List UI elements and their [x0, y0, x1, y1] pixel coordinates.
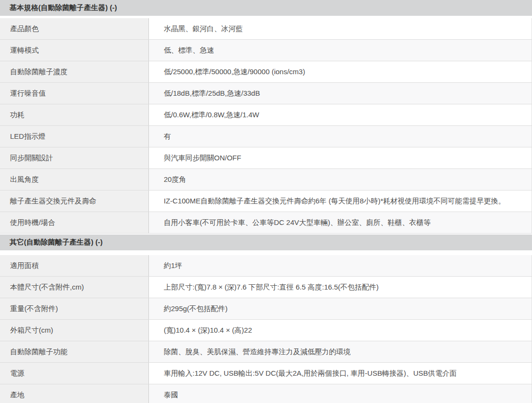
spec-value: 低/18dB,標準/25dB,急速/33dB	[149, 83, 532, 104]
spec-label: 離子產生器交換元件及壽命	[0, 190, 149, 212]
spec-value: 低/25000,標準/50000,急速/90000 (ions/cm3)	[149, 61, 532, 82]
spec-row-replacement-unit: 離子產生器交換元件及壽命 IZ-C100ME自動除菌離子產生器交換元件壽命約6年…	[0, 190, 532, 212]
spec-row-weight: 重量(不含附件) 約295g(不包括配件)	[0, 298, 532, 320]
spec-value: 約295g(不包括配件)	[149, 298, 532, 319]
spec-value: 低、標準、急速	[149, 40, 532, 61]
spec-row-ion-density: 自動除菌離子濃度 低/25000,標準/50000,急速/90000 (ions…	[0, 61, 532, 83]
spec-row-operation-mode: 運轉模式 低、標準、急速	[0, 40, 532, 61]
spec-label: 重量(不含附件)	[0, 298, 149, 319]
spec-row-noise-level: 運行噪音值 低/18dB,標準/25dB,急速/33dB	[0, 83, 532, 104]
spec-label: 出風角度	[0, 169, 149, 190]
spec-label: 自動除菌離子功能	[0, 341, 149, 362]
spec-label: 功耗	[0, 104, 149, 125]
spec-label: 產地	[0, 384, 149, 403]
spec-row-applicable-area: 適用面積 約1坪	[0, 255, 532, 277]
spec-label: 使用時機/場合	[0, 212, 149, 233]
spec-value: IZ-C100ME自動除菌離子產生器交換元件壽命約6年 (每天使用8小時)*耗材…	[149, 190, 532, 212]
spec-value: 約1坪	[149, 255, 532, 276]
spec-value: 水晶黑、銀河白、冰河藍	[149, 18, 532, 39]
spec-row-body-dimensions: 本體尺寸(不含附件,cm) 上部尺寸:(寬)7.8 × (深)7.6 下部尺寸:…	[0, 277, 532, 298]
spec-value: 低/0.6W,標準/0.8W,急速/1.4W	[149, 104, 532, 125]
spec-row-usage-occasion: 使用時機/場合 自用小客車(不可用於卡車、公車等DC 24V大型車輛)、辦公室、…	[0, 212, 532, 234]
spec-label: 本體尺寸(不含附件,cm)	[0, 277, 149, 298]
spec-row-led-indicator: LED指示燈 有	[0, 126, 532, 147]
product-spec-table: 基本規格(自動除菌離子產生器) (-) 產品顏色 水晶黑、銀河白、冰河藍 運轉模…	[0, 0, 532, 403]
spec-label: 運行噪音值	[0, 83, 149, 104]
spec-row-power-source: 電源 車用輸入:12V DC, USB輸出:5V DC(最大2A,用於兩個接口,…	[0, 363, 532, 384]
spec-value: 自用小客車(不可用於卡車、公車等DC 24V大型車輛)、辦公室、廁所、鞋櫃、衣櫃…	[149, 212, 532, 233]
section-basic-header: 基本規格(自動除菌離子產生器) (-)	[0, 0, 532, 16]
section-basic-title: 基本規格(自動除菌離子產生器) (-)	[10, 3, 117, 12]
spec-label: 同步開關設計	[0, 147, 149, 168]
section-other-header: 其它(自動除菌離子產生器) (-)	[0, 235, 532, 250]
spec-value: 泰國	[149, 384, 532, 403]
spec-label: 適用面積	[0, 255, 149, 276]
spec-row-box-dimensions: 外箱尺寸(cm) (寬)10.4 × (深)10.4 × (高)22	[0, 320, 532, 341]
spec-label: 外箱尺寸(cm)	[0, 320, 149, 341]
spec-value: 有	[149, 126, 532, 147]
spec-label: 電源	[0, 363, 149, 384]
spec-value: 上部尺寸:(寬)7.8 × (深)7.6 下部尺寸:直徑 6.5 高度:16.5…	[149, 277, 532, 298]
spec-label: LED指示燈	[0, 126, 149, 147]
spec-value: 除菌、脫臭、美肌保濕、營造維持專注力及減低壓力的環境	[149, 341, 532, 362]
spec-label: 產品顏色	[0, 18, 149, 39]
spec-value: 20度角	[149, 169, 532, 190]
spec-label: 自動除菌離子濃度	[0, 61, 149, 82]
spec-value: 車用輸入:12V DC, USB輸出:5V DC(最大2A,用於兩個接口, 車用…	[149, 363, 532, 384]
spec-value: (寬)10.4 × (深)10.4 × (高)22	[149, 320, 532, 341]
section-basic-specs: 基本規格(自動除菌離子產生器) (-) 產品顏色 水晶黑、銀河白、冰河藍 運轉模…	[0, 0, 532, 234]
spec-row-air-angle: 出風角度 20度角	[0, 169, 532, 190]
section-other-title: 其它(自動除菌離子產生器) (-)	[10, 238, 102, 247]
spec-label: 運轉模式	[0, 40, 149, 61]
spec-row-product-color: 產品顏色 水晶黑、銀河白、冰河藍	[0, 18, 532, 40]
section-other-specs: 其它(自動除菌離子產生器) (-) 適用面積 約1坪 本體尺寸(不含附件,cm)…	[0, 235, 532, 403]
spec-row-sync-switch: 同步開關設計 與汽車同步開關ON/OFF	[0, 147, 532, 169]
spec-row-ion-function: 自動除菌離子功能 除菌、脫臭、美肌保濕、營造維持專注力及減低壓力的環境	[0, 341, 532, 363]
spec-value: 與汽車同步開關ON/OFF	[149, 147, 532, 168]
spec-row-origin: 產地 泰國	[0, 384, 532, 403]
spec-row-power-consumption: 功耗 低/0.6W,標準/0.8W,急速/1.4W	[0, 104, 532, 126]
